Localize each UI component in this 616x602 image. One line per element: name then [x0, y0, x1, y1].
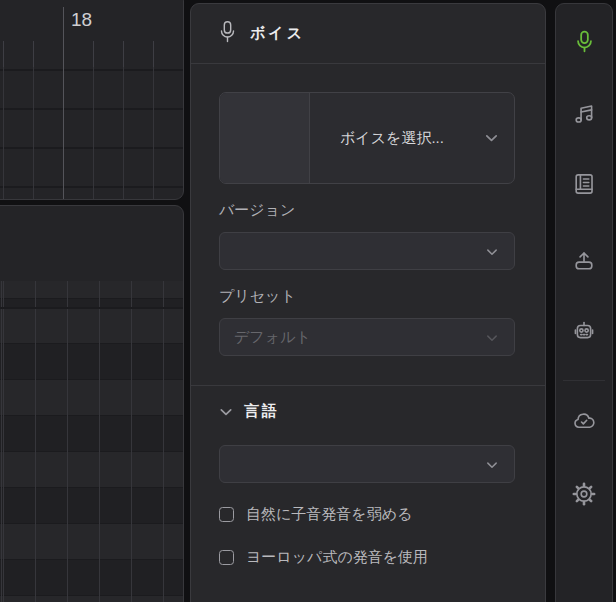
- language-dropdown[interactable]: [219, 445, 515, 483]
- microphone-icon: [219, 19, 236, 49]
- checkbox-row-weaken-consonants[interactable]: 自然に子音発音を弱める: [219, 505, 412, 524]
- gear-icon: [571, 481, 597, 511]
- sidebar-item-library[interactable]: [556, 164, 612, 208]
- sidebar-item-settings[interactable]: [556, 474, 612, 518]
- piano-roll-divider: [0, 307, 183, 309]
- piano-roll-panel[interactable]: [0, 205, 184, 602]
- measure-number: 18: [71, 9, 92, 31]
- timeline-panel[interactable]: 18: [0, 0, 184, 200]
- sidebar-item-cloud[interactable]: [556, 402, 612, 446]
- chevron-down-icon: [219, 403, 233, 421]
- checkbox-weaken-consonants[interactable]: [219, 507, 234, 522]
- ruler-tick: [93, 41, 94, 67]
- chevron-down-icon: [486, 456, 498, 473]
- sidebar-item-notes[interactable]: [556, 93, 612, 137]
- voice-settings-panel: ボイス ボイスを選択... バージョン プリセット デフォルト: [190, 3, 546, 602]
- panel-title: ボイス: [250, 24, 305, 43]
- checkbox-label: 自然に子音発音を弱める: [246, 505, 412, 524]
- sidebar-item-voice[interactable]: [556, 21, 612, 65]
- ruler-tick: [153, 41, 154, 67]
- chevron-down-icon: [485, 129, 498, 147]
- section-divider: [191, 385, 545, 386]
- sidebar-item-export[interactable]: [556, 241, 612, 285]
- ruler-tick: [123, 41, 124, 67]
- robot-icon: [571, 319, 597, 349]
- upload-icon: [571, 248, 597, 278]
- language-section-title: 言語: [244, 402, 280, 421]
- microphone-icon: [572, 29, 597, 58]
- side-icon-rail: [555, 3, 613, 602]
- sidebar-item-ai[interactable]: [556, 312, 612, 356]
- preset-dropdown[interactable]: デフォルト: [219, 318, 515, 356]
- measure-ruler[interactable]: 18: [0, 0, 183, 67]
- measure-line: [63, 7, 64, 199]
- preset-label: プリセット: [219, 287, 296, 306]
- voice-selector-placeholder: ボイスを選択...: [310, 93, 514, 183]
- checkbox-european-pronunciation[interactable]: [219, 550, 234, 565]
- checkbox-row-european-pronunciation[interactable]: ヨーロッパ式の発音を使用: [219, 548, 428, 567]
- rail-divider: [563, 380, 605, 381]
- voice-panel-header: ボイス: [191, 4, 545, 64]
- ruler-tick: [33, 41, 34, 67]
- app-window: 18 ボイス ボイスを選択...: [0, 0, 616, 602]
- checkbox-label: ヨーロッパ式の発音を使用: [246, 548, 428, 567]
- chevron-down-icon: [486, 329, 498, 346]
- preset-value: デフォルト: [234, 328, 311, 347]
- ruler-tick: [3, 41, 4, 67]
- version-label: バージョン: [219, 201, 295, 220]
- book-icon: [571, 171, 597, 201]
- piano-roll-grid: [0, 281, 183, 602]
- language-section-header[interactable]: 言語: [219, 402, 280, 421]
- music-notes-icon: [571, 100, 597, 130]
- cloud-check-icon: [571, 409, 597, 439]
- version-dropdown[interactable]: [219, 232, 515, 270]
- chevron-down-icon: [486, 243, 498, 260]
- voice-thumbnail[interactable]: [220, 93, 310, 183]
- voice-selector[interactable]: ボイスを選択...: [219, 92, 515, 184]
